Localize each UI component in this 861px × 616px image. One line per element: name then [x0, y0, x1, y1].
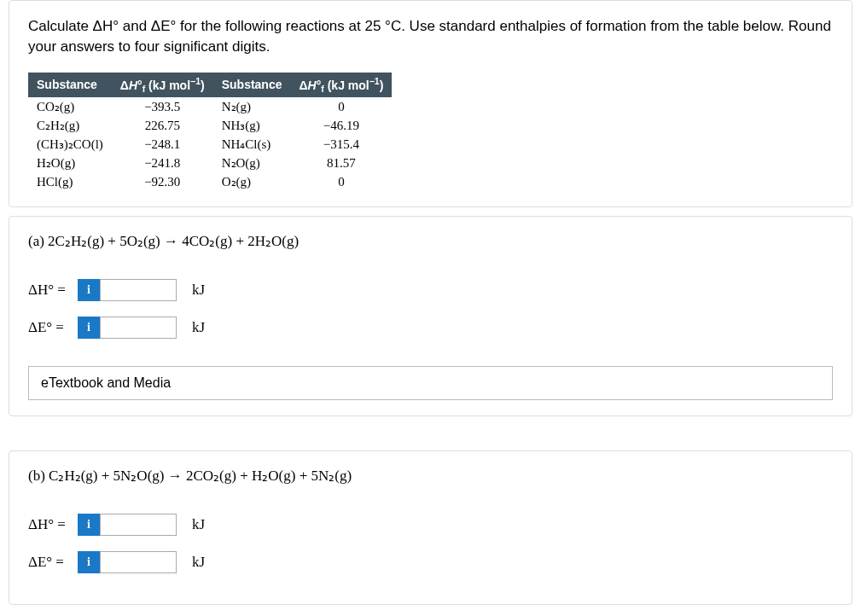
table-row: C₂H₂(g)226.75 NH₃(g)−46.19	[28, 116, 392, 135]
delta-e-row-a: ΔE° = i kJ	[28, 317, 833, 339]
header-dhf-2: ΔH°f (kJ mol−1)	[291, 73, 393, 97]
delta-h-input-b[interactable]	[100, 514, 177, 536]
etextbook-button[interactable]: eTextbook and Media	[28, 366, 833, 400]
unit-dh-a: kJ	[192, 282, 205, 299]
part-b-section: (b) C₂H₂(g) + 5N₂O(g) → 2CO₂(g) + H₂O(g)…	[9, 450, 852, 605]
table-row: H₂O(g)−241.8 N₂O(g)81.57	[28, 154, 392, 172]
info-button-de-a[interactable]: i	[78, 317, 100, 339]
delta-h-input-a[interactable]	[100, 279, 177, 301]
delta-e-label-a: ΔE° =	[28, 319, 74, 336]
part-a-section: (a) 2C₂H₂(g) + 5O₂(g) → 4CO₂(g) + 2H₂O(g…	[9, 216, 852, 416]
instruction-text: Calculate ΔH° and ΔE° for the following …	[28, 16, 833, 57]
delta-h-row-a: ΔH° = i kJ	[28, 279, 833, 301]
delta-e-label-b: ΔE° =	[28, 554, 74, 571]
unit-dh-b: kJ	[192, 516, 205, 533]
header-dhf-1: ΔH°f (kJ mol−1)	[112, 73, 213, 97]
delta-h-row-b: ΔH° = i kJ	[28, 514, 833, 536]
table-row: HCl(g)−92.30 O₂(g)0	[28, 172, 392, 191]
instruction-table-section: Calculate ΔH° and ΔE° for the following …	[9, 0, 852, 207]
table-row: (CH₃)₂CO(l)−248.1 NH₄Cl(s)−315.4	[28, 135, 392, 154]
unit-de-b: kJ	[192, 554, 205, 571]
equation-b: (b) C₂H₂(g) + 5N₂O(g) → 2CO₂(g) + H₂O(g)…	[28, 467, 833, 485]
info-button-de-b[interactable]: i	[78, 551, 100, 573]
header-substance-2: Substance	[213, 73, 291, 97]
info-button-dh-a[interactable]: i	[78, 279, 100, 301]
equation-a: (a) 2C₂H₂(g) + 5O₂(g) → 4CO₂(g) + 2H₂O(g…	[28, 232, 833, 250]
delta-h-label-a: ΔH° =	[28, 282, 74, 299]
unit-de-a: kJ	[192, 319, 205, 336]
table-row: CO₂(g)−393.5 N₂(g)0	[28, 97, 392, 116]
header-substance-1: Substance	[28, 73, 112, 97]
delta-h-label-b: ΔH° =	[28, 516, 74, 533]
delta-e-row-b: ΔE° = i kJ	[28, 551, 833, 573]
delta-e-input-b[interactable]	[100, 551, 177, 573]
enthalpy-table: Substance ΔH°f (kJ mol−1) Substance ΔH°f…	[28, 73, 392, 191]
delta-e-input-a[interactable]	[100, 317, 177, 339]
info-button-dh-b[interactable]: i	[78, 514, 100, 536]
